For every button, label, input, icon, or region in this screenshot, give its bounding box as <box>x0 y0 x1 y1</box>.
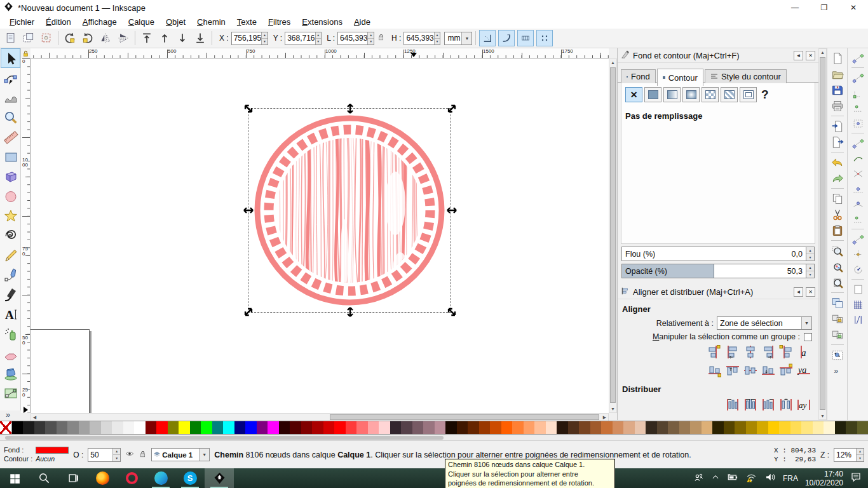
vertical-scrollbar[interactable]: ▲ ▼ <box>609 58 617 413</box>
align-right-edges-button[interactable] <box>759 343 776 360</box>
snap-smooth-nodes-button[interactable] <box>850 196 865 212</box>
swatch-74[interactable] <box>824 421 835 434</box>
document-open-button[interactable] <box>829 66 846 82</box>
language-indicator[interactable]: FRA <box>783 474 798 483</box>
layer-visibility-icon[interactable] <box>125 449 134 460</box>
edit-duplicate-button[interactable] <box>829 295 846 311</box>
edit-clone-button[interactable] <box>829 311 846 327</box>
swatch-64[interactable] <box>712 421 724 434</box>
swatch-8[interactable] <box>90 421 101 434</box>
move-as-group-checkbox[interactable] <box>804 333 812 341</box>
align-bottom-edges-button[interactable] <box>759 362 776 379</box>
swatch-50[interactable] <box>557 421 568 434</box>
palette-scrollbar-thumb[interactable] <box>5 436 444 440</box>
swatch-26[interactable] <box>290 421 301 434</box>
swatch-76[interactable] <box>846 421 857 434</box>
skype-button[interactable]: S <box>175 468 205 488</box>
snap-path-intersections-button[interactable] <box>850 166 865 181</box>
clone-unlink-button[interactable] <box>829 327 846 342</box>
swatch-72[interactable] <box>801 421 813 434</box>
swatch-62[interactable] <box>690 421 702 434</box>
edit-redo-button[interactable] <box>829 170 846 186</box>
action-center-icon[interactable] <box>850 471 862 485</box>
field-2[interactable]: 645,393▲▼ <box>337 32 374 45</box>
people-icon[interactable] <box>693 472 704 485</box>
snap-bbox-midpoints-button[interactable] <box>850 100 865 116</box>
swatch-21[interactable] <box>234 421 246 434</box>
menu-aide[interactable]: Aide <box>348 16 376 28</box>
transform-corners-toggle[interactable] <box>498 30 515 46</box>
dock-scroll-up[interactable]: ▲ <box>819 49 826 56</box>
snap-bbox-centers-button[interactable] <box>850 116 865 131</box>
selector-tool[interactable] <box>1 48 20 68</box>
object-opacity-field[interactable]: 50 ▲▼ <box>88 448 121 462</box>
swatch-68[interactable] <box>757 421 768 434</box>
swatch-67[interactable] <box>746 421 757 434</box>
panel-iconify-button-2[interactable]: ◄ <box>794 287 803 297</box>
swatch-33[interactable] <box>368 421 379 434</box>
swatch-button[interactable] <box>721 87 738 102</box>
swatch-4[interactable] <box>45 421 57 434</box>
align-left-edges-button[interactable] <box>724 343 741 360</box>
swatch-70[interactable] <box>779 421 790 434</box>
rectangle-tool[interactable] <box>1 147 20 166</box>
edit-copy-button[interactable] <box>829 191 846 207</box>
swatch-49[interactable] <box>546 421 557 434</box>
swatch-53[interactable] <box>590 421 602 434</box>
snap-object-centers-button[interactable] <box>850 247 865 262</box>
zoom-selection-button[interactable] <box>829 243 846 259</box>
linear-gradient-button[interactable] <box>663 87 681 102</box>
fill-color-swatch[interactable] <box>36 447 69 454</box>
swatch-56[interactable] <box>623 421 635 434</box>
swatch-14[interactable] <box>156 421 168 434</box>
swatch-66[interactable] <box>735 421 746 434</box>
eraser-tool[interactable] <box>1 344 20 363</box>
align-center-vertical-button[interactable] <box>742 362 759 379</box>
rotate-ccw-button[interactable] <box>62 30 78 46</box>
swatch-none[interactable] <box>0 421 12 434</box>
swatch-61[interactable] <box>679 421 691 434</box>
swatch-38[interactable] <box>423 421 435 434</box>
lock-ratio-icon[interactable] <box>377 33 385 43</box>
zoom-page-button[interactable] <box>829 274 846 290</box>
star-tool[interactable] <box>1 206 20 226</box>
snap-others-button[interactable] <box>850 231 865 247</box>
field-spinner-0[interactable]: ▲▼ <box>261 32 268 44</box>
align-center-horizontal-button[interactable] <box>742 343 759 360</box>
swatch-32[interactable] <box>356 421 368 434</box>
text-baseline-button[interactable]: ya <box>795 362 812 379</box>
swatch-19[interactable] <box>212 421 224 434</box>
lower-button[interactable] <box>174 30 191 46</box>
edge-button[interactable] <box>146 468 175 488</box>
swatch-71[interactable] <box>790 421 802 434</box>
toolbox-overflow-chevron[interactable]: » <box>6 410 10 419</box>
distribute-centers-horizontal-button[interactable] <box>742 396 759 413</box>
swatch-2[interactable] <box>23 421 34 434</box>
flip-vertical-button[interactable] <box>115 30 132 46</box>
panel-close-button[interactable]: ✕ <box>806 51 815 60</box>
chevron-down-icon[interactable]: ▼ <box>801 317 811 329</box>
selection-handle-bottom[interactable] <box>344 306 356 318</box>
snap-grids-button[interactable] <box>850 297 865 312</box>
document-export-button[interactable] <box>829 134 846 150</box>
swatch-30[interactable] <box>334 421 346 434</box>
swatch-34[interactable] <box>379 421 390 434</box>
align-left-to-anchor-right-button[interactable] <box>777 343 794 360</box>
distribute-gaps-horizontal-button[interactable] <box>777 396 794 413</box>
object-opacity-spinner[interactable]: ▲▼ <box>112 449 120 461</box>
start-button[interactable] <box>0 468 29 488</box>
swatch-17[interactable] <box>190 421 201 434</box>
swatch-40[interactable] <box>445 421 457 434</box>
inkscape-taskbar-button[interactable] <box>205 468 234 488</box>
swatch-42[interactable] <box>468 421 479 434</box>
transform-pattern-toggle[interactable] <box>536 30 553 46</box>
blur-spinner[interactable]: ▲▼ <box>806 247 815 261</box>
swatch-48[interactable] <box>534 421 546 434</box>
menu-affichage[interactable]: Affichage <box>77 16 123 28</box>
search-button[interactable] <box>29 468 58 488</box>
battery-icon[interactable] <box>727 471 738 485</box>
swatch-46[interactable] <box>512 421 524 434</box>
snap-nodes-button[interactable] <box>850 135 865 151</box>
panel-iconify-button[interactable]: ◄ <box>794 51 803 60</box>
swatch-45[interactable] <box>501 421 513 434</box>
